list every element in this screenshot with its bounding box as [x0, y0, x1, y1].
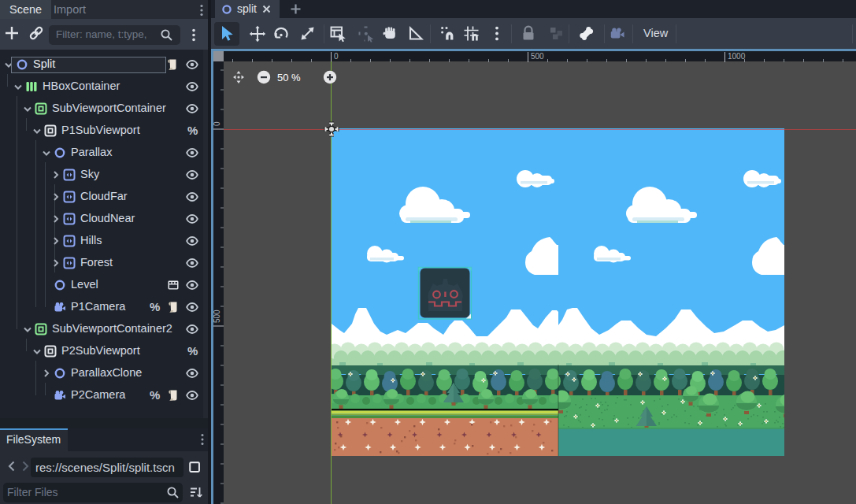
svg-text:500: 500 — [213, 309, 221, 323]
svg-text:500: 500 — [531, 52, 544, 61]
svg-text:0: 0 — [334, 52, 339, 61]
svg-text:1000: 1000 — [728, 52, 746, 61]
svg-text:50 %: 50 % — [277, 72, 301, 83]
svg-text:0: 0 — [213, 121, 221, 126]
